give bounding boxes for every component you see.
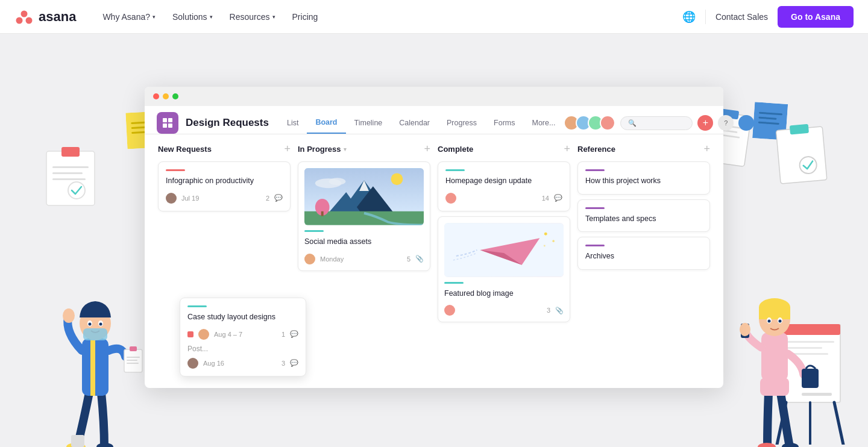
card-image-plane [444,223,564,277]
tab-calendar[interactable]: Calendar [391,113,438,133]
card-title-infographic: Infographic on productivity [166,176,283,187]
avatar-4 [600,115,615,131]
globe-button[interactable]: 🌐 [682,10,696,23]
svg-point-45 [544,245,546,246]
column-add-complete[interactable]: + [564,143,570,155]
comment-icon-case: 💬 [290,330,298,338]
column-add-in-progress[interactable]: + [424,143,430,155]
svg-point-31 [329,178,346,185]
card-date-case: Aug 4 – 7 [214,331,277,338]
contact-sales-link[interactable]: Contact Sales [715,12,768,22]
card-avatar-homepage [445,193,456,204]
svg-rect-56 [83,328,107,340]
card-avatar-social [304,254,315,264]
nav-link-resources[interactable]: Resources ▾ [222,7,283,27]
tab-board[interactable]: Board [307,112,345,134]
column-header-new-requests: New Requests + [158,143,291,155]
svg-point-43 [544,232,547,235]
nav-link-solutions[interactable]: Solutions ▾ [165,7,220,27]
svg-rect-4 [61,147,80,157]
comment-count-homepage: 14 [542,195,549,202]
card-avatar-infographic [166,193,177,204]
card-title-social: Social media assets [304,237,424,248]
column-title-new-requests: New Requests [158,145,212,154]
column-title-complete: Complete [438,145,473,154]
nav-divider [705,10,706,24]
card-how-project: How this project works [577,161,710,195]
svg-line-85 [834,402,843,445]
column-header-complete: Complete + [438,143,570,155]
card-title-how: How this project works [585,176,702,187]
svg-rect-77 [802,369,819,388]
svg-rect-22 [776,127,826,184]
comment-count-case: 1 [281,331,285,338]
user-avatar-header[interactable] [738,115,754,131]
hero-section: Design Requests List Board Timeline Cale… [0,34,868,447]
card-date-second: Aug 16 [203,360,277,367]
tab-forms[interactable]: Forms [485,113,523,133]
logo-text: asana [39,9,76,25]
decoration-cyan-clipboard [773,119,829,189]
nav-link-why-asana[interactable]: Why Asana? ▾ [95,7,163,27]
card-avatar-blog [444,305,455,316]
comment-icon-infographic: 💬 [274,194,283,202]
svg-point-2 [26,17,33,23]
card-image-mountain [304,168,424,225]
column-add-new-requests[interactable]: + [284,143,291,155]
floating-card-case-study: Case study layout designs Aug 4 – 7 1 💬 … [180,298,306,377]
attachment-icon-social: 📎 [415,255,424,263]
svg-point-44 [552,240,555,242]
add-button[interactable]: + [697,115,713,131]
card-social-media: Social media assets Monday 5 📎 [298,161,430,271]
card-blog-image: Featured blog image 3 📎 [438,216,570,323]
card-tag-case [187,331,193,337]
comment-icon-second: 💬 [290,359,298,367]
svg-rect-61 [127,363,139,364]
svg-point-54 [89,323,92,326]
svg-rect-58 [130,346,137,351]
nav-link-pricing[interactable]: Pricing [285,7,326,27]
card-accent-social [304,230,324,232]
card-footer-blog: 3 📎 [444,305,564,316]
tab-timeline[interactable]: Timeline [346,113,391,133]
column-add-reference[interactable]: + [703,143,710,155]
svg-point-73 [768,320,771,323]
column-in-progress: In Progress ▾ + [294,143,434,373]
go-to-asana-button[interactable]: Go to Asana [778,6,854,28]
attachment-count-blog: 3 [547,307,550,314]
svg-point-62 [63,308,75,323]
logo[interactable]: asana [14,7,76,27]
column-title-in-progress: In Progress ▾ [298,145,347,154]
card-second-title: Post... [187,345,298,353]
nav-right: 🌐 Contact Sales Go to Asana [682,6,854,28]
svg-rect-7 [52,178,86,180]
card-avatar-second [187,358,198,369]
card-homepage: Homepage design update 14 💬 [438,161,570,211]
card-accent-templates [585,207,605,209]
card-title-archives: Archives [585,251,702,262]
navbar: asana Why Asana? ▾ Solutions ▾ Resources… [0,0,868,34]
card-footer-infographic: Jul 19 2 💬 [166,193,283,204]
asana-logo-icon [14,7,34,27]
help-button[interactable]: ? [718,115,734,131]
svg-rect-25 [163,118,167,122]
tab-more[interactable]: More... [523,113,564,133]
card-title-blog: Featured blog image [444,289,564,299]
svg-rect-23 [790,124,809,135]
column-header-reference: Reference + [577,143,710,155]
svg-point-48 [96,443,113,447]
attachment-count-social: 5 [407,255,410,263]
search-bar[interactable]: 🔍 [620,116,693,130]
card-title-case: Case study layout designs [187,312,298,323]
chevron-icon: ▾ [210,14,213,20]
tab-progress[interactable]: Progress [438,113,485,133]
nav-links: Why Asana? ▾ Solutions ▾ Resources ▾ Pri… [95,7,682,27]
project-tabs: List Board Timeline Calendar Progress Fo… [278,112,564,134]
card-templates: Templates and specs [577,199,710,233]
svg-point-39 [391,173,403,185]
svg-rect-28 [168,123,172,128]
tab-list[interactable]: List [278,113,307,133]
svg-rect-26 [168,118,172,122]
column-header-in-progress: In Progress ▾ + [298,143,430,155]
card-second-footer: Aug 16 3 💬 [187,358,298,369]
